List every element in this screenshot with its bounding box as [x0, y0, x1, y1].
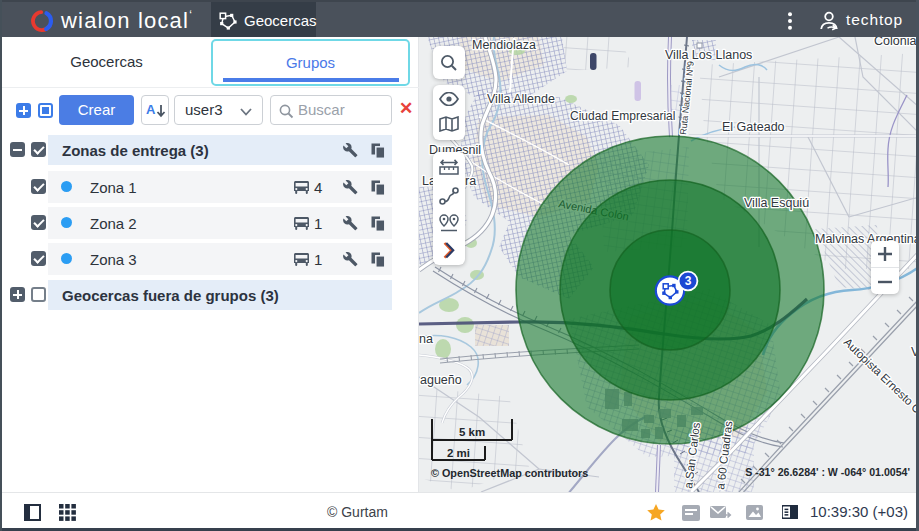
svg-text:Ciudad Empresarial: Ciudad Empresarial — [570, 109, 675, 123]
svg-text:na: na — [419, 332, 433, 346]
svg-text:El Gateado: El Gateado — [722, 120, 785, 134]
svg-text:Malvinas Argentinas: Malvinas Argentinas — [815, 232, 919, 246]
svg-text:2 mi: 2 mi — [447, 447, 470, 459]
svg-text:Villa Allende: Villa Allende — [487, 92, 555, 106]
svg-text:Colonia R: Colonia R — [874, 37, 919, 48]
svg-text:5 km: 5 km — [459, 426, 485, 438]
svg-text:© OpenStreetMap contributors: © OpenStreetMap contributors — [431, 467, 588, 479]
svg-text:Villa Los Llanos: Villa Los Llanos — [665, 48, 752, 62]
svg-text:S -31° 26.6284' : W -064° 01.0: S -31° 26.6284' : W -064° 01.0054' — [745, 466, 910, 478]
svg-text:Mendiolaza: Mendiolaza — [472, 38, 536, 52]
svg-text:3: 3 — [685, 274, 692, 288]
svg-text:Villa Esquiú: Villa Esquiú — [744, 196, 809, 210]
svg-text:agueño: agueño — [420, 373, 462, 387]
